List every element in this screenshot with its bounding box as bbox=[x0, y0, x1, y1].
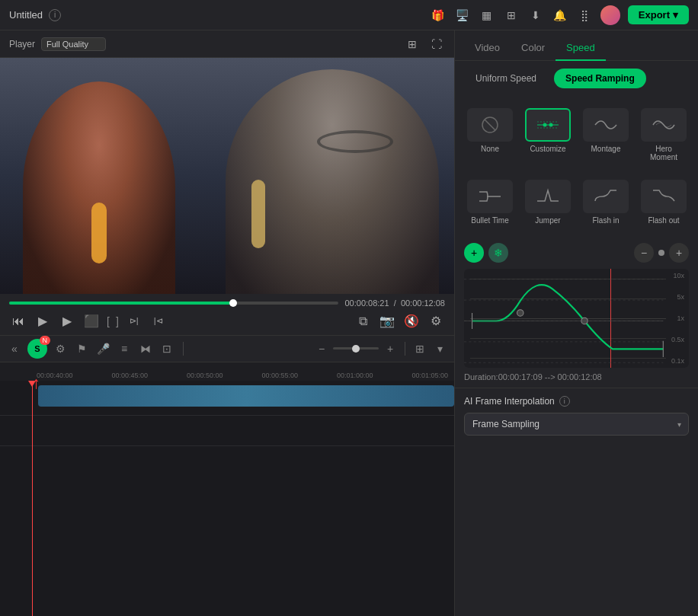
preset-none[interactable]: None bbox=[464, 102, 516, 168]
settings-tl-button[interactable]: ⚙ bbox=[52, 340, 69, 357]
ai-select[interactable]: Frame Sampling Optical Flow bbox=[464, 413, 689, 436]
preset-flash-in[interactable]: Flash in bbox=[580, 174, 632, 231]
monitor-icon[interactable]: 🖥️ bbox=[454, 7, 471, 24]
list-button[interactable]: ≡ bbox=[116, 340, 133, 357]
snapshot-button[interactable]: 📷 bbox=[378, 312, 396, 330]
preset-flash-out[interactable]: Flash out bbox=[638, 174, 690, 231]
ai-info-icon[interactable]: i bbox=[559, 396, 570, 407]
add-point-button[interactable]: + bbox=[464, 243, 484, 263]
gift-icon[interactable]: 🎁 bbox=[430, 7, 447, 24]
separator-1 bbox=[183, 342, 184, 356]
preset-grid: None Customize bbox=[455, 96, 698, 237]
audio-button[interactable]: 🔇 bbox=[402, 312, 421, 330]
preset-bullet-icon bbox=[467, 180, 513, 213]
y-label-10x: 10x bbox=[671, 272, 684, 279]
progress-fill bbox=[9, 302, 233, 305]
controls-row: ⏮ ▶ ▶ ⬛ [ ] ⊳| |⊲ ⧉ 📷 🔇 ⚙ bbox=[9, 312, 445, 330]
timeline-ruler: 00:00:40:00 00:00:45:00 00:00:50:00 00:0… bbox=[0, 362, 454, 381]
zoom-in-button[interactable]: + bbox=[382, 340, 399, 357]
progress-track[interactable] bbox=[9, 302, 338, 305]
zoom-track[interactable] bbox=[333, 347, 379, 349]
tab-color[interactable]: Color bbox=[511, 36, 556, 61]
grid-view-icon[interactable]: ⊞ bbox=[404, 36, 421, 53]
transition-button[interactable]: ⧓ bbox=[137, 340, 154, 357]
current-time: 00:00:08:21 bbox=[344, 298, 389, 308]
tab-video[interactable]: Video bbox=[464, 36, 511, 61]
preset-customize-label: Customize bbox=[530, 145, 565, 153]
preset-bullet[interactable]: Bullet Time bbox=[464, 174, 516, 231]
ai-select-wrapper: Frame Sampling Optical Flow ▾ bbox=[464, 413, 689, 436]
zoom-in-graph-button[interactable]: + bbox=[669, 243, 689, 263]
ai-header: AI Frame Interpolation i bbox=[464, 396, 689, 407]
mic-button[interactable]: 🎤 bbox=[94, 340, 111, 357]
bell-icon[interactable]: 🔔 bbox=[552, 7, 568, 24]
svg-point-16 bbox=[517, 310, 524, 316]
zoom-out-graph-button[interactable]: − bbox=[634, 243, 654, 263]
apps-icon[interactable]: ⣿ bbox=[576, 7, 593, 24]
title-bar: Untitled i 🎁 🖥️ ▦ ⊞ ⬇ 🔔 ⣿ Export ▾ bbox=[0, 0, 698, 30]
preset-flash-out-label: Flash out bbox=[648, 216, 679, 225]
subtab-ramping[interactable]: Speed Ramping bbox=[554, 69, 646, 88]
graph-dot bbox=[658, 250, 664, 256]
grid-icon[interactable]: ⊞ bbox=[503, 7, 520, 24]
zoom-thumb bbox=[352, 345, 360, 353]
time-display: 00:00:08:21 / 00:00:12:08 bbox=[344, 298, 445, 308]
timeline-toolbar: « S N ⚙ ⚑ 🎤 ≡ ⧓ ⊡ − + ⊞ ▾ bbox=[0, 335, 454, 362]
export-button[interactable]: Export ▾ bbox=[628, 5, 689, 24]
settings-button[interactable]: ⚙ bbox=[427, 312, 445, 330]
separator-2 bbox=[405, 342, 405, 356]
preset-jumper[interactable]: Jumper bbox=[522, 174, 574, 231]
bracket-right[interactable]: ] bbox=[116, 315, 119, 327]
chevron-left-button[interactable]: « bbox=[6, 340, 23, 357]
export-chevron: ▾ bbox=[673, 9, 678, 21]
zoom-controls: − + ⊞ ▾ bbox=[313, 340, 448, 357]
ruler-mark-2: 00:00:45:00 bbox=[111, 372, 148, 379]
ai-section: AI Frame Interpolation i Frame Sampling … bbox=[455, 388, 698, 443]
grid-tl-button[interactable]: ⊞ bbox=[411, 340, 428, 357]
duration-text: Duration:00:00:17:09 --> 00:00:12:08 bbox=[464, 372, 689, 381]
ruler-mark-1: 00:00:40:00 bbox=[37, 372, 73, 379]
freeze-button[interactable]: ❄ bbox=[488, 243, 508, 263]
svg-point-6 bbox=[549, 123, 553, 127]
preset-jumper-icon bbox=[525, 180, 571, 213]
svg-line-1 bbox=[485, 120, 495, 130]
play-button[interactable]: ▶ bbox=[58, 312, 76, 330]
more-button[interactable]: ▾ bbox=[431, 340, 448, 357]
subtab-uniform[interactable]: Uniform Speed bbox=[464, 69, 548, 88]
info-icon[interactable]: i bbox=[49, 9, 61, 21]
window-title: Untitled bbox=[9, 9, 43, 21]
tab-speed[interactable]: Speed bbox=[556, 36, 606, 61]
download-icon[interactable]: ⬇ bbox=[527, 7, 544, 24]
speed-subtabs: Uniform Speed Speed Ramping bbox=[455, 61, 698, 96]
ruler-mark-4: 00:00:55:00 bbox=[261, 372, 298, 379]
monitor-toggle-button[interactable]: ⧉ bbox=[354, 312, 372, 330]
flag-button[interactable]: ⚑ bbox=[73, 340, 90, 357]
preset-montage[interactable]: Montage bbox=[580, 102, 632, 168]
progress-thumb bbox=[229, 299, 237, 307]
zoom-out-button[interactable]: − bbox=[313, 340, 330, 357]
mark-out-button[interactable]: |⊲ bbox=[149, 312, 168, 330]
preset-customize-icon bbox=[525, 108, 571, 142]
total-time: 00:00:12:08 bbox=[401, 298, 445, 308]
prev-frame-button[interactable]: ▶ bbox=[34, 312, 52, 330]
mark-in-button[interactable]: ⊳| bbox=[125, 312, 143, 330]
ruler-mark-6: 00:01:05:00 bbox=[411, 372, 448, 379]
layout-icon[interactable]: ▦ bbox=[479, 7, 495, 24]
avatar[interactable] bbox=[600, 5, 620, 25]
preset-hero-icon bbox=[641, 108, 687, 142]
caption-button[interactable]: ⊡ bbox=[158, 340, 175, 357]
preset-montage-icon bbox=[583, 108, 629, 142]
preset-bullet-label: Bullet Time bbox=[471, 216, 508, 225]
graph-labels-y: 10x 5x 1x 0.5x 0.1x bbox=[671, 269, 684, 368]
quality-select[interactable]: Full Quality Half Quality bbox=[41, 37, 106, 51]
fullscreen-icon[interactable]: ⛶ bbox=[428, 36, 445, 53]
bracket-left[interactable]: [ bbox=[107, 315, 110, 327]
track-row-1 bbox=[0, 385, 454, 416]
skip-back-button[interactable]: ⏮ bbox=[9, 312, 27, 330]
preset-none-icon bbox=[467, 108, 513, 142]
speed-curve-svg bbox=[464, 269, 689, 368]
preset-hero[interactable]: Hero Moment bbox=[638, 102, 690, 168]
preset-flash-in-icon bbox=[583, 180, 629, 213]
preset-customize[interactable]: Customize bbox=[522, 102, 574, 168]
stop-button[interactable]: ⬛ bbox=[82, 312, 101, 330]
